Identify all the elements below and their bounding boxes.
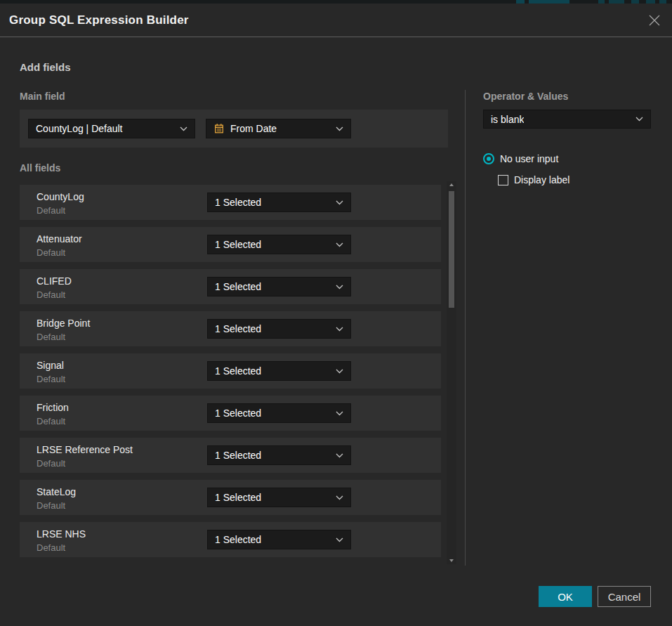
chevron-down-icon — [330, 327, 343, 332]
field-select-value: From Date — [230, 123, 277, 134]
ok-button[interactable]: OK — [539, 586, 592, 607]
chevron-down-icon — [330, 537, 343, 542]
values-select[interactable]: 1 Selected — [207, 403, 351, 423]
values-select[interactable]: 1 Selected — [207, 193, 351, 212]
cancel-button[interactable]: Cancel — [598, 586, 651, 607]
layer-select-value: CountyLog | Default — [36, 123, 123, 134]
field-subtitle: Default — [37, 374, 65, 384]
checkbox-icon[interactable] — [498, 175, 508, 185]
field-name: LRSE NHS — [37, 528, 86, 540]
add-fields-heading: Add fields — [20, 61, 71, 73]
chevron-down-icon — [330, 453, 343, 458]
all-fields-label: All fields — [20, 162, 60, 174]
values-select-value: 1 Selected — [215, 407, 261, 419]
operator-select[interactable]: is blank — [483, 110, 651, 129]
field-name: Friction — [37, 402, 69, 413]
field-name: CountyLog — [37, 191, 84, 202]
field-name: Bridge Point — [37, 318, 90, 329]
field-name: Attenuator — [37, 233, 82, 244]
no-user-input-label: No user input — [500, 153, 558, 165]
radio-icon[interactable] — [483, 153, 494, 164]
field-name: LRSE Reference Post — [37, 444, 133, 455]
calendar-icon — [213, 123, 225, 134]
field-select[interactable]: From Date — [206, 119, 351, 138]
operator-values-heading: Operator & Values — [483, 91, 568, 102]
chevron-down-icon — [330, 126, 343, 131]
field-subtitle: Default — [37, 416, 65, 426]
scroll-down-icon[interactable] — [449, 559, 454, 562]
main-field-label: Main field — [20, 91, 65, 102]
field-row: CLIFED Default 1 Selected — [20, 269, 441, 304]
values-select[interactable]: 1 Selected — [207, 235, 351, 254]
chevron-down-icon — [330, 411, 343, 416]
values-select[interactable]: 1 Selected — [207, 319, 351, 339]
values-select-value: 1 Selected — [215, 534, 261, 545]
field-row: StateLog Default 1 Selected — [20, 480, 441, 515]
values-select[interactable]: 1 Selected — [207, 488, 351, 507]
values-select-value: 1 Selected — [215, 281, 261, 292]
values-select-value: 1 Selected — [215, 323, 261, 334]
close-button[interactable] — [646, 12, 663, 29]
field-subtitle: Default — [37, 542, 65, 553]
field-subtitle: Default — [37, 205, 65, 216]
field-subtitle: Default — [37, 332, 65, 342]
values-select-value: 1 Selected — [215, 492, 261, 503]
chevron-down-icon — [330, 242, 343, 247]
field-name: StateLog — [37, 486, 76, 497]
values-select-value: 1 Selected — [215, 365, 261, 377]
chevron-down-icon — [330, 285, 343, 289]
chevron-down-icon — [330, 200, 343, 205]
chevron-down-icon — [630, 117, 643, 122]
main-field-panel: CountyLog | Default From Date — [20, 110, 448, 148]
values-select[interactable]: 1 Selected — [207, 445, 351, 465]
display-label-label: Display label — [514, 174, 569, 186]
scrollbar[interactable] — [447, 181, 456, 564]
values-select[interactable]: 1 Selected — [207, 277, 351, 296]
field-subtitle: Default — [37, 247, 65, 258]
field-row: Attenuator Default 1 Selected — [20, 227, 441, 262]
field-name: CLIFED — [37, 275, 72, 287]
field-subtitle: Default — [37, 500, 65, 511]
chevron-down-icon — [174, 126, 187, 131]
chevron-down-icon — [330, 495, 343, 500]
pane-divider — [465, 90, 466, 566]
field-row: LRSE NHS Default 1 Selected — [20, 522, 441, 557]
operator-select-value: is blank — [491, 114, 524, 125]
dialog-header: Group SQL Expression Builder — [0, 4, 672, 37]
scrollbar-thumb[interactable] — [449, 191, 454, 308]
field-subtitle: Default — [37, 289, 65, 300]
values-select[interactable]: 1 Selected — [207, 530, 351, 549]
all-fields-list: CountyLog Default 1 Selected Attenuator … — [20, 185, 441, 564]
close-icon — [647, 19, 661, 30]
values-select-value: 1 Selected — [215, 450, 261, 461]
values-select[interactable]: 1 Selected — [207, 361, 351, 381]
layer-select[interactable]: CountyLog | Default — [28, 119, 195, 138]
dialog-title: Group SQL Expression Builder — [9, 4, 189, 37]
group-sql-expression-builder-dialog: Group SQL Expression Builder Add fields … — [0, 4, 672, 626]
scroll-up-icon[interactable] — [449, 183, 454, 186]
values-select-value: 1 Selected — [215, 197, 261, 208]
field-name: Signal — [37, 360, 64, 371]
chevron-down-icon — [330, 369, 343, 374]
field-row: CountyLog Default 1 Selected — [20, 185, 441, 220]
field-row: Signal Default 1 Selected — [20, 353, 441, 389]
field-subtitle: Default — [37, 458, 65, 469]
values-select-value: 1 Selected — [215, 239, 261, 250]
field-row: LRSE Reference Post Default 1 Selected — [20, 438, 441, 473]
field-row: Bridge Point Default 1 Selected — [20, 311, 441, 346]
field-row: Friction Default 1 Selected — [20, 396, 441, 431]
